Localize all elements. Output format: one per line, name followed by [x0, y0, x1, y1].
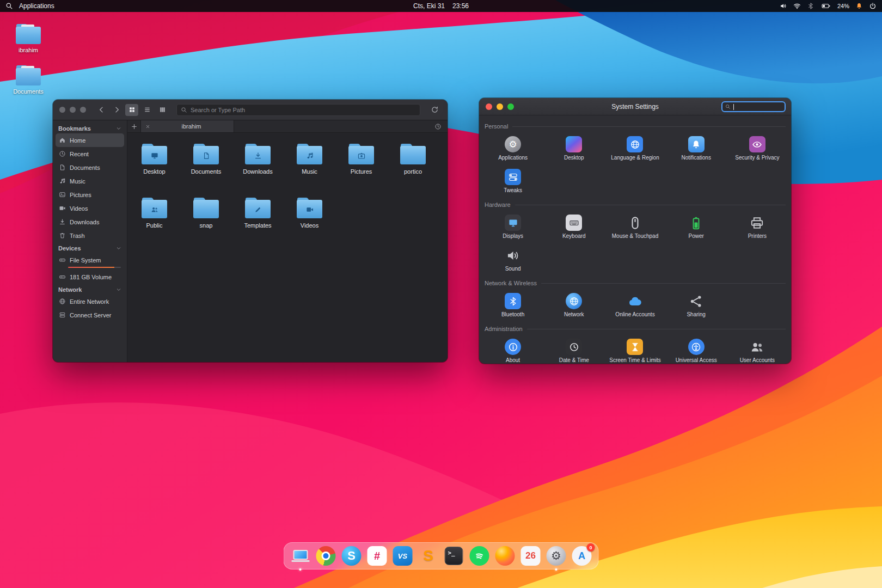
settings-item-mouse-touchpad[interactable]: Mouse & Touchpad — [604, 209, 665, 242]
wifi-icon[interactable] — [793, 2, 801, 10]
sidebar-item-home[interactable]: Home — [56, 133, 124, 147]
sidebar-section-devices[interactable]: Devices — [53, 242, 127, 253]
chevron-down-icon[interactable] — [116, 126, 121, 131]
menubar-date[interactable]: Cts, Eki 31 — [413, 2, 445, 10]
icon-view-button[interactable] — [125, 104, 138, 116]
desktop-icons: ibrahimDocuments — [8, 24, 49, 95]
chevron-down-icon[interactable] — [116, 287, 121, 292]
folder-public[interactable]: Public — [128, 192, 180, 246]
settings-item-displays[interactable]: Displays — [482, 209, 543, 242]
window-minimize-button[interactable] — [70, 107, 76, 113]
settings-search-input[interactable] — [721, 101, 786, 112]
desktop-icon-ibrahim[interactable]: ibrahim — [8, 24, 49, 53]
sidebar-item-videos[interactable]: Videos — [56, 201, 124, 215]
sidebar-section-network[interactable]: Network — [53, 284, 127, 295]
dock-item-system-settings[interactable]: ⚙ — [546, 546, 567, 566]
window-controls[interactable] — [59, 107, 86, 113]
folder-music[interactable]: Music — [284, 138, 335, 192]
column-view-button[interactable] — [156, 104, 169, 116]
settings-item-date-time[interactable]: Date & Time — [543, 333, 604, 364]
chevron-down-icon[interactable] — [116, 246, 121, 251]
sidebar-item-trash[interactable]: Trash — [56, 229, 124, 242]
minimize-button[interactable] — [497, 103, 503, 110]
display-emblem-icon — [150, 151, 158, 160]
close-button[interactable] — [486, 103, 492, 110]
settings-item-desktop[interactable]: Desktop — [543, 131, 604, 163]
settings-item-screen-time-limits[interactable]: Screen Time & Limits — [604, 333, 665, 364]
settings-item-online-accounts[interactable]: Online Accounts — [604, 287, 665, 320]
applications-menu[interactable]: Applications — [19, 2, 54, 10]
dock-item-calendar[interactable]: 26 — [520, 546, 541, 566]
folder-desktop[interactable]: Desktop — [128, 138, 180, 192]
settings-item-sound[interactable]: Sound — [482, 242, 543, 274]
window-controls[interactable] — [486, 103, 514, 110]
sidebar-item-recent[interactable]: Recent — [56, 147, 124, 161]
search-icon[interactable] — [5, 2, 13, 10]
section-divider — [512, 126, 786, 127]
settings-item-printers[interactable]: Printers — [727, 209, 788, 242]
sidebar-item-181-gb-volume[interactable]: 181 GB Volume — [56, 270, 124, 284]
settings-item-language-region[interactable]: Language & Region — [604, 131, 665, 163]
list-view-button[interactable] — [140, 104, 154, 116]
window-close-button[interactable] — [59, 107, 65, 113]
dock-item-spotify[interactable] — [469, 546, 490, 566]
settings-item-tweaks[interactable]: Tweaks — [482, 163, 543, 196]
power-icon[interactable] — [869, 2, 877, 10]
folder-downloads[interactable]: Downloads — [232, 138, 284, 192]
close-tab-icon[interactable] — [145, 124, 150, 129]
folder-portico[interactable]: portico — [387, 138, 439, 192]
dock-item-app-store[interactable]: A0 — [572, 546, 592, 566]
sidebar-section-bookmarks[interactable]: Bookmarks — [53, 122, 127, 133]
dock-item-chrome[interactable] — [316, 546, 336, 566]
settings-item-network[interactable]: Network — [543, 287, 604, 320]
volume-icon[interactable] — [780, 2, 787, 10]
menubar-time[interactable]: 23:56 — [452, 2, 469, 10]
settings-item-bluetooth[interactable]: Bluetooth — [482, 287, 543, 320]
sidebar-item-music[interactable]: Music — [56, 174, 124, 188]
window-maximize-button[interactable] — [80, 107, 86, 113]
dock-item-vscode[interactable]: VS — [393, 546, 413, 566]
dock-item-firefox[interactable] — [495, 546, 516, 566]
sidebar-item-connect-server[interactable]: Connect Server — [56, 308, 124, 322]
tab-ibrahim[interactable]: ibrahim — [140, 120, 234, 132]
settings-item-keyboard[interactable]: Keyboard — [543, 209, 604, 242]
dock-item-sublime-text[interactable]: S — [418, 546, 439, 566]
refresh-button[interactable] — [428, 104, 441, 116]
sidebar-item-file-system[interactable]: File System — [56, 253, 124, 267]
settings-item-user-accounts[interactable]: User Accounts — [727, 333, 788, 364]
folder-videos[interactable]: Videos — [284, 192, 335, 246]
forward-button[interactable] — [110, 104, 123, 116]
settings-item-power[interactable]: Power — [666, 209, 727, 242]
settings-item-sharing[interactable]: Sharing — [666, 287, 727, 320]
dock-item-terminal[interactable]: >_ — [444, 546, 464, 566]
folder-icon — [193, 198, 219, 218]
path-search-input[interactable]: Search or Type Path — [176, 104, 420, 116]
sidebar-item-downloads[interactable]: Downloads — [56, 215, 124, 229]
settings-item-applications[interactable]: ⚙Applications — [482, 131, 543, 163]
history-button[interactable] — [431, 120, 444, 132]
folder-snap[interactable]: snap — [180, 192, 232, 246]
new-tab-button[interactable] — [127, 120, 140, 132]
settings-item-notifications[interactable]: Notifications — [666, 131, 727, 163]
dock-item-file-manager[interactable] — [290, 546, 311, 566]
settings-item-about[interactable]: About — [482, 333, 543, 364]
folder-pictures[interactable]: Pictures — [335, 138, 387, 192]
dock-item-slack[interactable]: # — [367, 546, 388, 566]
battery-icon[interactable] — [820, 2, 831, 10]
desktop-icon-documents[interactable]: Documents — [8, 65, 49, 95]
notifications-bell-icon[interactable] — [855, 2, 863, 10]
folder-documents[interactable]: Documents — [180, 138, 232, 192]
sidebar-item-entire-network[interactable]: Entire Network — [56, 295, 124, 308]
maximize-button[interactable] — [507, 103, 514, 110]
bluetooth-icon[interactable] — [807, 2, 814, 10]
settings-item-label: Universal Access — [676, 357, 717, 363]
folder-label: Documents — [191, 168, 222, 175]
settings-item-label: Power — [689, 233, 704, 239]
settings-item-universal-access[interactable]: Universal Access — [666, 333, 727, 364]
sidebar-item-pictures[interactable]: Pictures — [56, 188, 124, 201]
sidebar-item-documents[interactable]: Documents — [56, 161, 124, 174]
back-button[interactable] — [95, 104, 108, 116]
settings-item-security-privacy[interactable]: Security & Privacy — [727, 131, 788, 163]
folder-templates[interactable]: Templates — [232, 192, 284, 246]
dock-item-skype[interactable]: S — [341, 546, 362, 566]
